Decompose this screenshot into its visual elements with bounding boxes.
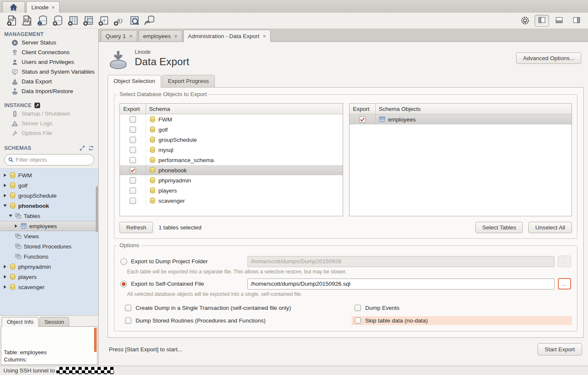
table-row[interactable]: scavenger	[120, 196, 343, 206]
table-row[interactable]: groupSchedule	[120, 135, 343, 145]
sidebar-scrollbar[interactable]	[96, 186, 98, 232]
checkbox[interactable]	[355, 305, 361, 311]
tree-node-fwm[interactable]: FWM	[0, 170, 98, 180]
table-row[interactable]: employees	[349, 114, 571, 124]
dump-folder-radio[interactable]	[120, 258, 127, 265]
create-function-button[interactable]: f()	[111, 14, 126, 28]
tree-node-tables[interactable]: Tables	[0, 211, 98, 221]
export-checkbox[interactable]	[130, 116, 136, 123]
export-checkbox[interactable]	[130, 198, 136, 204]
expander-icon[interactable]	[8, 214, 13, 218]
close-icon[interactable]: ×	[174, 33, 178, 39]
table-row[interactable]: players	[120, 185, 343, 196]
close-icon[interactable]: ×	[52, 5, 55, 10]
tab-employees[interactable]: employees×	[139, 30, 182, 41]
self-contained-radio[interactable]	[120, 281, 127, 287]
column-header[interactable]: Export	[120, 104, 146, 114]
sidebar-item-data-import-restore[interactable]: Data Import/Restore	[0, 86, 98, 96]
advanced-options-button[interactable]: Advanced Options...	[516, 52, 581, 64]
sidebar-item-startup-shutdown[interactable]: Startup / Shutdown	[0, 109, 98, 119]
reconnect-database-button[interactable]	[141, 14, 157, 28]
tree-node-stored-procedures[interactable]: Stored Procedures	[0, 241, 98, 251]
create-schema-button[interactable]	[50, 14, 65, 28]
tab-query-1[interactable]: Query 1×	[101, 30, 137, 41]
checkbox[interactable]	[125, 317, 131, 324]
tree-node-golf[interactable]: golf	[0, 180, 98, 190]
export-checkbox[interactable]	[130, 157, 136, 163]
schema-inspector-button[interactable]: i	[35, 14, 50, 28]
select-tables-button[interactable]: Select Tables	[475, 222, 523, 233]
sidebar-item-status-and-system-variables[interactable]: Status and System Variables	[0, 67, 98, 77]
close-icon[interactable]: ×	[263, 33, 266, 39]
checkbox-dump-events[interactable]: Dump Events	[352, 303, 572, 312]
checkbox[interactable]	[125, 305, 131, 311]
table-row[interactable]: phonebook	[120, 165, 343, 175]
export-checkbox[interactable]	[130, 147, 136, 153]
table-row[interactable]: golf	[120, 124, 343, 135]
sidebar-item-options-file[interactable]: Options File	[0, 128, 98, 138]
create-procedure-button[interactable]	[96, 14, 111, 28]
table-row[interactable]: mysql	[120, 145, 343, 155]
refresh-button[interactable]: Refresh	[119, 222, 153, 233]
refresh-schemas-icon[interactable]	[88, 145, 94, 151]
table-row[interactable]: performance_schema	[120, 155, 343, 165]
tree-node-views[interactable]: Views	[0, 231, 98, 241]
unselect-all-button[interactable]: Unselect All	[528, 222, 572, 233]
expander-icon[interactable]	[3, 204, 7, 208]
export-checkbox[interactable]	[130, 167, 136, 174]
close-icon[interactable]: ×	[129, 33, 133, 39]
sidebar-item-client-connections[interactable]: Client Connections	[0, 47, 98, 57]
checkbox[interactable]	[355, 317, 361, 324]
filter-objects-input[interactable]	[16, 157, 90, 163]
expander-icon[interactable]	[3, 183, 7, 188]
checkbox-create-dump-in-a-single-transaction-self[interactable]: Create Dump in a Single Transaction (sel…	[122, 303, 346, 312]
expand-panel-icon[interactable]	[79, 145, 85, 151]
create-table-button[interactable]	[65, 14, 80, 28]
export-checkbox[interactable]	[130, 177, 136, 184]
expander-icon[interactable]	[3, 285, 7, 290]
toggle-output-area-button[interactable]	[552, 15, 566, 27]
checkbox-dump-stored-routines-procedures-and-func[interactable]: Dump Stored Routines (Procedures and Fun…	[122, 316, 346, 325]
self-contained-path-input[interactable]	[247, 278, 555, 290]
tab-object-info[interactable]: Object Info	[2, 317, 39, 327]
expander-icon[interactable]	[3, 265, 7, 269]
column-header[interactable]: Schema Objects	[376, 104, 571, 114]
checkbox-skip-table-data-no-data-[interactable]: Skip table data (no-data)	[352, 316, 572, 325]
create-view-button[interactable]	[80, 14, 96, 28]
sidebar-item-data-export[interactable]: Data Export	[0, 77, 98, 86]
tab-administration-data-export[interactable]: Administration - Data Export×	[183, 30, 271, 42]
object-info-scrollbar[interactable]	[94, 328, 97, 352]
start-export-button[interactable]: Start Export	[538, 343, 582, 356]
export-checkbox[interactable]	[359, 116, 366, 123]
expander-icon[interactable]	[3, 275, 7, 279]
tree-node-employees[interactable]: employees	[0, 221, 98, 231]
toggle-sidebar-button[interactable]	[535, 15, 549, 27]
tab-session[interactable]: Session	[39, 317, 69, 327]
export-checkbox[interactable]	[130, 188, 136, 194]
expander-icon[interactable]	[3, 193, 7, 198]
sidebar-item-server-logs[interactable]: Server Logs	[0, 119, 98, 128]
expander-icon[interactable]	[14, 224, 18, 229]
column-header[interactable]: Schema	[146, 104, 343, 114]
search-table-data-button[interactable]	[126, 14, 141, 28]
connection-tab-linode[interactable]: Linode ×	[26, 1, 60, 13]
home-tab[interactable]	[2, 1, 25, 13]
open-sql-script-button[interactable]: SQL	[19, 14, 35, 28]
table-row[interactable]: FWM	[120, 114, 343, 124]
tab-object-selection[interactable]: Object Selection	[108, 75, 161, 88]
tree-node-scavenger[interactable]: scavenger	[0, 282, 98, 292]
tree-node-phpmyadmin[interactable]: phpmyadmin	[0, 262, 98, 272]
table-row[interactable]: phpmyadmin	[120, 175, 343, 185]
expander-icon[interactable]	[3, 173, 7, 178]
preferences-button[interactable]	[519, 15, 531, 27]
export-checkbox[interactable]	[130, 137, 136, 143]
export-checkbox[interactable]	[130, 127, 136, 133]
toggle-secondary-sidebar-button[interactable]	[569, 15, 584, 27]
tree-node-groupschedule[interactable]: groupSchedule	[0, 190, 98, 201]
sidebar-item-users-and-privileges[interactable]: Users and Privileges	[0, 57, 98, 67]
sidebar-item-server-status[interactable]: Server Status	[0, 38, 98, 47]
tree-node-functions[interactable]: Functions	[0, 251, 98, 262]
tab-export-progress[interactable]: Export Progress	[162, 75, 215, 87]
column-header[interactable]: Export	[349, 104, 376, 114]
tree-node-phonebook[interactable]: phonebook	[0, 201, 98, 211]
